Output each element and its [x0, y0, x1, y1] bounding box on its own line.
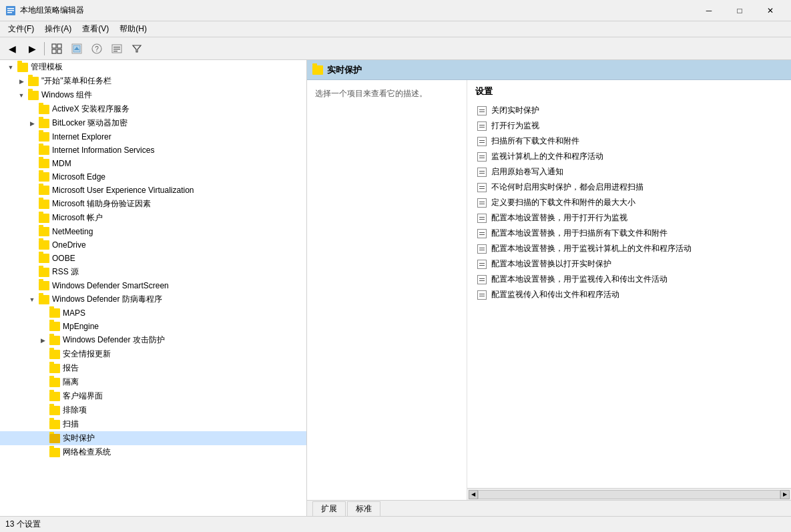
expand-icon[interactable]: ▼ — [5, 62, 16, 73]
setting-item-0[interactable]: 关闭实时保护 — [475, 103, 783, 118]
tree-item-report[interactable]: ▶ 报告 — [0, 361, 306, 375]
tree-item-nis[interactable]: ▶ 网络检查系统 — [0, 445, 306, 459]
doc-icon — [477, 290, 487, 300]
properties-button[interactable] — [107, 40, 126, 57]
setting-item-9[interactable]: 配置本地设置替换，用于监视计算机上的文件和程序活动 — [475, 241, 783, 256]
menu-action[interactable]: 操作(A) — [39, 22, 77, 36]
setting-icon-9 — [477, 244, 487, 254]
show-hide-button[interactable] — [47, 40, 66, 57]
content-description: 选择一个项目来查看它的描述。 — [307, 80, 467, 500]
tree-label: "开始"菜单和任务栏 — [41, 75, 111, 87]
tree-item-security-intel[interactable]: ▶ 安全情报更新 — [0, 347, 306, 361]
tree-item-exclusions[interactable]: ▶ 排除项 — [0, 403, 306, 417]
folder-icon — [39, 132, 49, 142]
help-button[interactable]: ? — [87, 40, 106, 57]
setting-item-6[interactable]: 定义要扫描的下载文件和附件的最大大小 — [475, 195, 783, 210]
scroll-right-button[interactable]: ▶ — [780, 490, 790, 499]
setting-icon-3 — [477, 152, 487, 162]
setting-item-1[interactable]: 打开行为监视 — [475, 118, 783, 134]
setting-item-5[interactable]: 不论何时启用实时保护，都会启用进程扫描 — [475, 180, 783, 195]
tree-item-client-ui[interactable]: ▶ 客户端界面 — [0, 389, 306, 403]
setting-item-2[interactable]: 扫描所有下载文件和附件 — [475, 134, 783, 149]
tree-item-maps[interactable]: ▶ MAPS — [0, 306, 306, 320]
setting-icon-0 — [477, 105, 487, 116]
tree-item-start-menu[interactable]: ▶ "开始"菜单和任务栏 — [0, 74, 306, 88]
tab-expand[interactable]: 扩展 — [312, 501, 346, 516]
doc-icon — [477, 198, 487, 208]
horizontal-scrollbar[interactable]: ◀ ▶ — [467, 488, 791, 500]
tree-item-smartscreen[interactable]: ▶ Windows Defender SmartScreen — [0, 279, 306, 292]
tree-item-ie[interactable]: ▶ Internet Explorer — [0, 130, 306, 144]
minimize-button[interactable]: ─ — [694, 0, 724, 21]
folder-icon — [28, 91, 39, 100]
setting-label-3: 监视计算机上的文件和程序活动 — [491, 151, 603, 162]
tree-item-iis[interactable]: ▶ Internet Information Services — [0, 144, 306, 157]
tree-item-realtime[interactable]: ▶ 实时保护 — [0, 431, 306, 445]
tree-item-quarantine[interactable]: ▶ 隔离 — [0, 375, 306, 389]
scroll-track[interactable] — [478, 490, 780, 499]
tree-label: ActiveX 安装程序服务 — [52, 103, 129, 115]
expand-icon[interactable]: ▶ — [37, 335, 48, 346]
setting-label-8: 配置本地设置替换，用于扫描所有下载文件和附件 — [491, 228, 668, 239]
filter-button[interactable] — [127, 40, 146, 57]
menu-file[interactable]: 文件(F) — [3, 22, 39, 36]
tree-item-activex[interactable]: ▶ ActiveX 安装程序服务 — [0, 102, 306, 116]
settings-list[interactable]: 设置 关闭实时保护 打开行为监视 — [467, 80, 791, 488]
status-text: 13 个设置 — [5, 519, 41, 530]
setting-item-7[interactable]: 配置本地设置替换，用于打开行为监视 — [475, 210, 783, 226]
setting-item-10[interactable]: 配置本地设置替换以打开实时保护 — [475, 256, 783, 272]
setting-icon-2 — [477, 136, 487, 147]
tree-item-scan[interactable]: ▶ 扫描 — [0, 417, 306, 431]
tree-item-msuev[interactable]: ▶ Microsoft User Experience Virtualizati… — [0, 184, 306, 197]
setting-label-9: 配置本地设置替换，用于监视计算机上的文件和程序活动 — [491, 243, 692, 254]
toolbar: ◀ ▶ ? — [0, 37, 791, 60]
tree-item-ms-account[interactable]: ▶ Microsoft 帐户 — [0, 211, 306, 225]
tree-item-ms-auth[interactable]: ▶ Microsoft 辅助身份验证因素 — [0, 197, 306, 211]
setting-icon-7 — [477, 213, 487, 224]
tree-label: MDM — [52, 159, 71, 168]
doc-icon — [477, 137, 487, 146]
tree-item-bitlocker[interactable]: ▶ BitLocker 驱动器加密 — [0, 116, 306, 130]
tree-item-netmeeting[interactable]: ▶ NetMeeting — [0, 225, 306, 238]
expand-icon[interactable]: ▼ — [16, 90, 27, 101]
tree-item-rss[interactable]: ▶ RSS 源 — [0, 265, 306, 279]
folder-icon — [49, 406, 60, 415]
tab-bar: 扩展 标准 — [307, 500, 791, 516]
tree-label: 网络检查系统 — [63, 447, 111, 458]
menu-view[interactable]: 查看(V) — [77, 22, 114, 36]
expand-icon[interactable]: ▼ — [27, 294, 37, 305]
tab-standard[interactable]: 标准 — [347, 501, 380, 516]
maximize-button[interactable]: □ — [724, 0, 755, 21]
up-button[interactable] — [67, 40, 86, 57]
folder-icon — [39, 159, 49, 168]
tree-item-attack-guard[interactable]: ▶ Windows Defender 攻击防护 — [0, 333, 306, 347]
tree-item-msedge[interactable]: ▶ Microsoft Edge — [0, 170, 306, 184]
tree-pane[interactable]: ▼ 管理模板 ▶ "开始"菜单和任务栏 ▼ Windows 组件 ▶ Activ… — [0, 60, 307, 516]
expand-icon[interactable]: ▶ — [16, 76, 27, 87]
tree-item-windows-components[interactable]: ▼ Windows 组件 — [0, 88, 306, 102]
content-right-wrapper: 设置 关闭实时保护 打开行为监视 — [467, 80, 791, 500]
setting-item-8[interactable]: 配置本地设置替换，用于扫描所有下载文件和附件 — [475, 226, 783, 241]
menu-help[interactable]: 帮助(H) — [114, 22, 152, 36]
scroll-left-button[interactable]: ◀ — [469, 490, 478, 499]
setting-item-3[interactable]: 监视计算机上的文件和程序活动 — [475, 149, 783, 164]
forward-button[interactable]: ▶ — [23, 40, 41, 57]
tree-item-onedrive[interactable]: ▶ OneDrive — [0, 238, 306, 252]
tree-item-admin-templates[interactable]: ▼ 管理模板 — [0, 60, 306, 74]
tree-item-mdm[interactable]: ▶ MDM — [0, 157, 306, 170]
expand-icon[interactable]: ▶ — [27, 118, 37, 129]
setting-label-11: 配置本地设置替换，用于监视传入和传出文件活动 — [491, 274, 668, 285]
tree-item-mpengine[interactable]: ▶ MpEngine — [0, 320, 306, 333]
folder-icon — [49, 434, 60, 443]
close-button[interactable]: ✕ — [755, 0, 786, 21]
folder-icon — [39, 240, 49, 250]
setting-item-11[interactable]: 配置本地设置替换，用于监视传入和传出文件活动 — [475, 272, 783, 287]
tree-item-defender-av[interactable]: ▼ Windows Defender 防病毒程序 — [0, 292, 306, 306]
setting-item-4[interactable]: 启用原始卷写入通知 — [475, 164, 783, 180]
back-button[interactable]: ◀ — [3, 40, 21, 57]
folder-icon — [39, 172, 49, 182]
tree-item-oobe[interactable]: ▶ OOBE — [0, 252, 306, 265]
setting-item-12[interactable]: 配置监视传入和传出文件和程序活动 — [475, 287, 783, 302]
folder-icon — [49, 448, 60, 457]
doc-icon — [477, 168, 487, 177]
